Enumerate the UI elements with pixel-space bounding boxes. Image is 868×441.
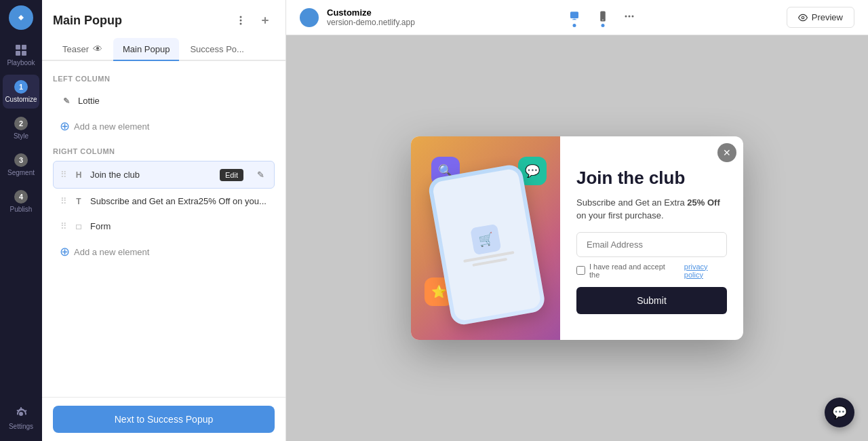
popup-right-panel: Join the club Subscribe and Get an Extra… xyxy=(560,136,743,340)
right-column-header-row: RIGHT COLUMN xyxy=(53,147,275,155)
add-section-button[interactable] xyxy=(256,11,275,30)
sidebar-item-publish[interactable]: 4 Publish xyxy=(3,185,39,218)
app-icon xyxy=(300,8,319,27)
popup-close-button[interactable]: ✕ xyxy=(717,143,736,162)
lottie-row[interactable]: ✎ Lottie xyxy=(53,88,275,113)
add-right-icon: ⊕ xyxy=(60,244,70,259)
edit-icon-button[interactable]: ✎ xyxy=(254,168,267,181)
popup-modal: 🔍 💬 ⭐ 🛒 Join the c xyxy=(411,136,743,340)
toolbar-left: Customize version-demo.netlify.app xyxy=(300,7,415,27)
svg-rect-1 xyxy=(16,45,20,50)
svg-rect-3 xyxy=(16,51,20,56)
drag-handle-icon: ⠿ xyxy=(60,170,67,180)
mobile-device-button[interactable] xyxy=(591,6,614,28)
panel-footer: Next to Success Popup xyxy=(42,397,285,441)
svg-point-10 xyxy=(631,16,633,18)
svg-point-5 xyxy=(240,16,242,18)
next-button[interactable]: Next to Success Popup xyxy=(53,406,275,433)
svg-point-11 xyxy=(802,16,804,19)
join-club-type-icon: H xyxy=(73,170,85,180)
add-left-column-element[interactable]: ⊕ Add a new element xyxy=(53,113,275,139)
submit-button[interactable]: Submit xyxy=(576,287,727,314)
tab-success-popup[interactable]: Success Po... xyxy=(180,38,253,60)
toolbar-center xyxy=(563,6,639,28)
right-column-header: RIGHT COLUMN xyxy=(53,147,115,155)
sidebar-item-customize[interactable]: 1 Customize xyxy=(3,75,39,109)
svg-rect-4 xyxy=(22,51,26,56)
sidebar-item-playbook[interactable]: Playbook xyxy=(3,38,39,72)
sidebar-item-segment[interactable]: 3 Segment xyxy=(3,148,39,182)
drag-handle-subscribe-icon: ⠿ xyxy=(60,196,67,206)
phone-icon: 🛒 xyxy=(470,224,501,255)
sidebar: Playbook 1 Customize 2 Style 3 Segment 4… xyxy=(0,0,42,441)
panel-content: LEFT COLUMN ✎ Lottie ⊕ Add a new element… xyxy=(42,61,285,397)
left-column-header: LEFT COLUMN xyxy=(53,75,275,83)
preview-button[interactable]: Preview xyxy=(787,7,854,28)
svg-point-6 xyxy=(240,20,242,22)
app-logo xyxy=(9,5,33,30)
sidebar-item-style[interactable]: 2 Style xyxy=(3,111,39,145)
sidebar-item-settings[interactable]: Settings xyxy=(3,402,39,436)
teaser-eye-icon: 👁 xyxy=(93,43,102,54)
join-club-container: ⠿ H Join the club ✎ Edit xyxy=(53,161,275,189)
site-url: version-demo.netlify.app xyxy=(327,18,415,27)
email-input[interactable] xyxy=(576,232,727,257)
add-right-column-element[interactable]: ⊕ Add a new element xyxy=(53,239,275,265)
privacy-checkbox[interactable] xyxy=(576,266,585,275)
tabs: Teaser 👁 Main Popup Success Po... xyxy=(42,30,285,61)
privacy-link[interactable]: privacy policy xyxy=(684,263,727,279)
drag-handle-form-icon: ⠿ xyxy=(60,221,67,231)
app-name: Customize xyxy=(327,7,415,18)
main-panel: Main Popup Teaser 👁 Main Popup Success P… xyxy=(42,0,286,441)
checkbox-row: I have read and accept the privacy polic… xyxy=(576,263,727,279)
panel-header: Main Popup xyxy=(42,0,285,30)
toolbar-more-button[interactable] xyxy=(620,7,639,28)
preview-area: Customize version-demo.netlify.app Previ… xyxy=(286,0,868,441)
desktop-device-button[interactable] xyxy=(563,6,586,28)
edit-tooltip: Edit xyxy=(220,169,243,181)
lottie-type-icon: ✎ xyxy=(60,96,73,106)
popup-subtext: Subscribe and Get an Extra 25% Off on yo… xyxy=(576,196,727,223)
form-type-icon: □ xyxy=(73,222,85,231)
panel-title: Main Popup xyxy=(53,14,122,28)
preview-canvas: 🔍 💬 ⭐ 🛒 Join the c xyxy=(286,35,868,441)
svg-rect-2 xyxy=(22,45,26,50)
toolbar-right: Preview xyxy=(787,7,854,28)
popup-left-panel: 🔍 💬 ⭐ 🛒 xyxy=(411,136,560,340)
subscribe-type-icon: T xyxy=(73,197,85,206)
svg-point-9 xyxy=(628,16,630,18)
panel-header-actions xyxy=(231,11,275,30)
popup-heading: Join the club xyxy=(576,168,727,189)
tab-teaser[interactable]: Teaser 👁 xyxy=(53,38,112,60)
subscribe-text-row[interactable]: ⠿ T Subscribe and Get an Extra25% Off on… xyxy=(53,189,275,214)
chat-bubble[interactable]: 💬 xyxy=(825,398,854,427)
form-row[interactable]: ⠿ □ Form xyxy=(53,214,275,239)
add-left-icon: ⊕ xyxy=(60,119,70,134)
svg-point-7 xyxy=(240,23,242,25)
top-toolbar: Customize version-demo.netlify.app Previ… xyxy=(286,0,868,35)
more-options-button[interactable] xyxy=(231,11,250,30)
phone-screen: 🛒 xyxy=(432,168,542,322)
tab-main-popup[interactable]: Main Popup xyxy=(113,38,179,61)
svg-point-8 xyxy=(625,16,627,18)
